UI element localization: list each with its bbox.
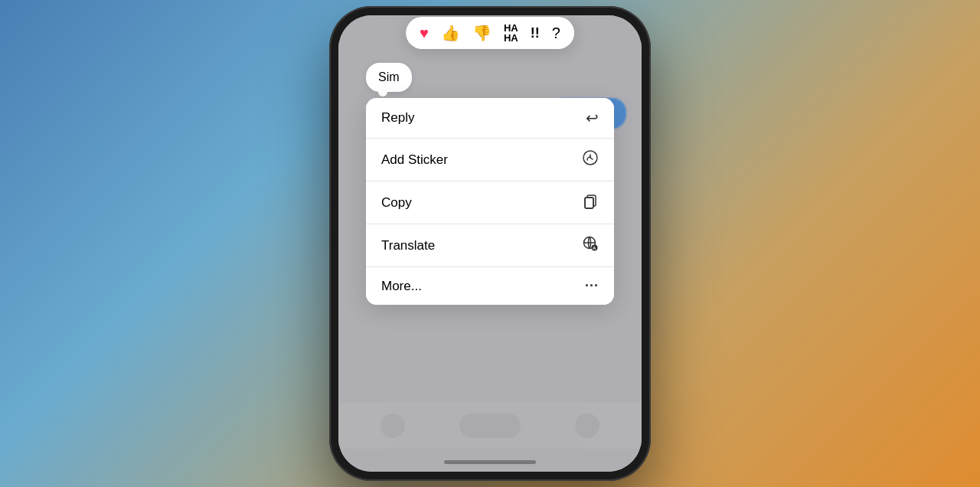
more-icon: ··· (585, 278, 599, 294)
reply-icon: ↩ (586, 109, 599, 127)
copy-icon (582, 192, 599, 213)
reaction-exclaim[interactable]: !! (531, 26, 540, 40)
reaction-thumbsdown[interactable]: 👎 (472, 25, 492, 41)
menu-item-reply[interactable]: Reply ↩ (366, 98, 614, 139)
sticker-icon (582, 149, 599, 170)
reaction-heart[interactable]: ♥ (420, 25, 429, 41)
reaction-thumbsup[interactable]: 👍 (441, 25, 460, 41)
menu-item-add-sticker[interactable]: Add Sticker (366, 139, 614, 181)
reaction-bar: ♥ 👍 👎 HAHA !! ? (406, 17, 574, 49)
copy-label: Copy (381, 195, 412, 211)
svg-text:A: A (593, 246, 596, 250)
phone-screen: ♥ 👍 👎 HAHA !! ? Sim Reply ↩ Add Sticker (338, 15, 642, 472)
translate-label: Translate (381, 238, 435, 253)
reaction-question[interactable]: ? (552, 25, 560, 41)
reply-label: Reply (381, 110, 414, 126)
menu-item-copy[interactable]: Copy (366, 181, 614, 224)
sim-label: Sim (378, 70, 400, 83)
svg-rect-2 (585, 198, 593, 208)
reaction-haha[interactable]: HAHA (504, 23, 518, 43)
translate-icon: A (582, 235, 599, 256)
more-label: More... (381, 279, 422, 294)
phone-container: ♥ 👍 👎 HAHA !! ? Sim Reply ↩ Add Sticker (329, 6, 651, 481)
add-sticker-label: Add Sticker (381, 152, 448, 168)
sim-bubble: Sim (366, 63, 412, 92)
context-menu: Reply ↩ Add Sticker Copy (366, 98, 614, 305)
menu-item-more[interactable]: More... ··· (366, 267, 614, 305)
menu-item-translate[interactable]: Translate A (366, 224, 614, 267)
